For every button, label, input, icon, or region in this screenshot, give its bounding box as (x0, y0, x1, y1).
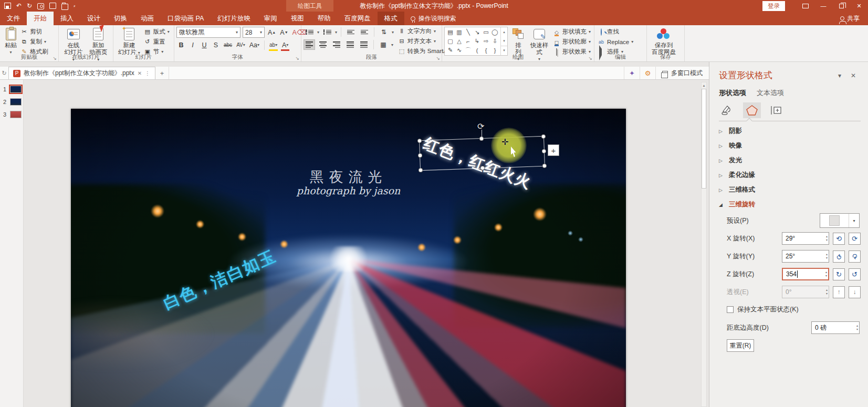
save-icon[interactable] (4, 3, 11, 9)
rotate-handle-icon[interactable]: ⟳ (477, 121, 484, 131)
character-spacing-button[interactable]: AV▾ (235, 40, 246, 50)
new-document-tab-button[interactable]: + (155, 67, 169, 79)
grow-font-button[interactable]: A▲ (267, 27, 277, 37)
clipboard-dialog-launcher[interactable]: ↘ (53, 56, 57, 61)
justify-button[interactable] (344, 39, 356, 50)
increase-indent-button[interactable] (359, 27, 370, 37)
customize-qat-icon[interactable]: ⸗ (74, 3, 75, 9)
tab-transitions[interactable]: 切换 (107, 12, 134, 25)
highlight-color-button[interactable]: ab▾ (268, 40, 278, 50)
x-rotate-left-button[interactable]: ⟲ (833, 233, 845, 245)
slide-canvas-area[interactable]: 黑夜流光 photograph by jason 白色，洁白如玉 红色，红红火火 (24, 80, 709, 407)
new-file-icon[interactable] (49, 3, 56, 9)
bold-button[interactable]: B (176, 40, 186, 50)
y-rotate-up-button[interactable]: ⟲ (833, 251, 845, 263)
pane-collapse-icon[interactable]: ▾ (833, 72, 846, 79)
x-rotate-right-button[interactable]: ⟳ (849, 233, 861, 245)
share-button[interactable]: 共享 (840, 12, 868, 25)
pane-close-icon[interactable]: ✕ (846, 72, 861, 79)
tab-insert[interactable]: 插入 (54, 12, 80, 25)
pane-tab-text-options[interactable]: 文本选项 (757, 88, 784, 98)
tab-menu-icon[interactable]: ⋮ (145, 70, 151, 76)
font-color-button[interactable]: A▾ (280, 40, 290, 50)
shapes-scroll-down[interactable]: ▾ (501, 36, 507, 45)
tab-slideshow[interactable]: 幻灯片放映 (211, 12, 257, 25)
tab-animations[interactable]: 动画 (134, 12, 161, 25)
align-right-button[interactable] (331, 39, 342, 50)
bullets-button[interactable] (304, 27, 315, 37)
ribbon-display-options-button[interactable] (797, 0, 814, 12)
multi-window-mode-button[interactable]: 多窗口模式 (655, 67, 709, 79)
y-rotate-down-button[interactable]: ⟳ (849, 251, 861, 263)
shrink-font-button[interactable]: A▼ (279, 27, 289, 37)
quick-add-button[interactable]: + (548, 144, 559, 156)
font-dialog-launcher[interactable]: ↘ (295, 56, 299, 61)
copy-button[interactable]: ⧉复制▾ (19, 37, 49, 46)
tab-close-icon[interactable]: ✕ (138, 70, 142, 76)
paragraph-dialog-launcher[interactable]: ↘ (436, 56, 440, 61)
undo-icon[interactable]: ↶ (16, 3, 22, 9)
redo-icon[interactable]: ↻ (27, 3, 32, 9)
resize-handle-nw[interactable] (417, 139, 422, 143)
section-3d-rotation[interactable]: ◢三维旋转 (719, 200, 861, 210)
shapes-scroll-up[interactable]: ▴ (501, 27, 507, 36)
font-family-combo[interactable]: 微软雅黑▾ (176, 27, 240, 38)
decrease-indent-button[interactable] (345, 27, 357, 37)
slide-subtitle-text[interactable]: photograph by jason (71, 185, 626, 196)
strikethrough-button[interactable]: abc (223, 40, 233, 50)
change-case-button[interactable]: Aa▾ (248, 40, 260, 50)
section-glow[interactable]: ▷发光 (719, 155, 861, 165)
minimize-button[interactable]: — (814, 0, 832, 12)
preset-dropdown[interactable]: ▾ (820, 213, 860, 228)
font-size-combo[interactable]: 28▾ (243, 27, 265, 38)
cut-button[interactable]: ✂剪切 (19, 27, 49, 36)
document-tab-active[interactable]: P 教你制作《ppt制作立体文字功能》.pptx ✕ ⋮ (8, 67, 155, 79)
scrollbar-up-arrow[interactable]: ▴ (702, 82, 706, 89)
tab-home[interactable]: 开始 (27, 12, 54, 25)
keep-text-flat-checkbox[interactable] (727, 306, 734, 313)
tab-help[interactable]: 帮助 (311, 12, 338, 25)
text-shadow-button[interactable]: S (211, 40, 221, 50)
drawing-dialog-launcher[interactable]: ↘ (588, 56, 592, 61)
effects-icon[interactable] (743, 102, 761, 118)
section-shadow[interactable]: ▷阴影 (719, 126, 861, 136)
reset-rotation-button[interactable]: 重置(R) (727, 339, 754, 352)
align-left-button[interactable] (304, 39, 315, 50)
restore-button[interactable] (832, 0, 850, 12)
distribute-button[interactable] (358, 39, 370, 50)
tab-baidu-netdisk[interactable]: 百度网盘 (338, 12, 378, 25)
perspective-down-button[interactable]: ↓ (849, 286, 861, 298)
shape-fill-button[interactable]: ◇形状填充▾ (552, 27, 592, 36)
x-rotation-input[interactable]: 29° ▴▾ (782, 232, 829, 245)
tab-history-icon[interactable]: ↻ (0, 67, 8, 79)
find-button[interactable]: 查找 (597, 27, 634, 36)
preset-dropdown-arrow[interactable]: ▾ (849, 214, 859, 227)
shapes-gallery[interactable]: ▤▥╲↘▭◯ ▢△⌐↳⇨⇩ ✎∿⌒({} ▴ ▾ ▾ (444, 27, 508, 56)
pane-tab-shape-options[interactable]: 形状选项 (719, 88, 746, 98)
screen-record-icon[interactable] (37, 3, 44, 9)
columns-button[interactable]: ▦ (378, 39, 389, 50)
slide-thumbnail-2[interactable]: 2 (0, 97, 23, 107)
tab-view[interactable]: 视图 (284, 12, 311, 25)
tab-file[interactable]: 文件 (0, 12, 27, 25)
align-center-button[interactable] (317, 39, 329, 50)
z-rotate-cw-button[interactable]: ↻ (833, 268, 845, 280)
scrollbar-thumb[interactable] (702, 89, 706, 189)
size-properties-icon[interactable] (767, 102, 785, 118)
tab-format[interactable]: 格式 (378, 12, 404, 25)
reset-slide-button[interactable]: ↺重置 (143, 37, 171, 46)
tab-review[interactable]: 审阅 (257, 12, 284, 25)
close-button[interactable]: ✕ (850, 0, 868, 12)
section-3d-format[interactable]: ▷三维格式 (719, 185, 861, 195)
save-to-baidu-button[interactable]: 保存到 百度网盘 (649, 27, 678, 56)
new-slide-button[interactable]: ✦ 新建 幻灯片 ▾ (116, 27, 143, 57)
y-rotation-input[interactable]: 25° ▴▾ (782, 250, 829, 263)
canvas-vertical-scrollbar[interactable]: ▴ (701, 82, 707, 407)
resize-handle-w[interactable] (418, 153, 422, 158)
slide-thumbnail-3[interactable]: 3 (0, 109, 23, 120)
perspective-up-button[interactable]: ↑ (833, 286, 845, 298)
z-rotation-input[interactable]: 354 ▴▾ (782, 268, 829, 280)
tab-pocket-animation[interactable]: 口袋动画 PA (161, 12, 211, 25)
slide-title-text[interactable]: 黑夜流光 (71, 168, 626, 186)
paste-button[interactable]: 粘贴▾ (2, 27, 19, 56)
